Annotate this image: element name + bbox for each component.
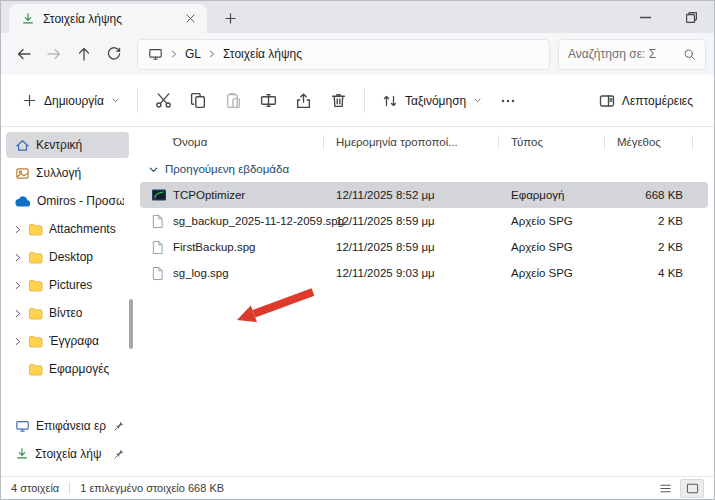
up-button[interactable] xyxy=(69,39,99,69)
cut-button[interactable] xyxy=(146,83,181,119)
folder-icon xyxy=(28,279,43,292)
folder-icon xyxy=(28,307,43,320)
status-bar: 4 στοιχεία 1 επιλεγμένο στοιχείο 668 KB xyxy=(1,476,714,499)
file-name: sg_backup_2025-11-12-2059.spg xyxy=(173,215,324,227)
column-header-name[interactable]: Όνομα xyxy=(140,135,324,150)
column-headers: Όνομα Ημερομηνία τροποποί... Τύπος Μέγεθ… xyxy=(140,130,708,154)
column-header-size[interactable]: Μέγεθος xyxy=(605,135,693,150)
chevron-right-icon[interactable] xyxy=(13,281,22,290)
details-toggle-label: Λεπτομέρειες xyxy=(622,94,693,108)
new-tab-button[interactable] xyxy=(219,7,241,29)
large-icons-view-button[interactable] xyxy=(680,479,704,498)
file-type: Εφαρμογή xyxy=(499,189,605,201)
file-size: 668 KB xyxy=(605,189,693,201)
folder-icon xyxy=(28,251,43,264)
file-explorer-window: Στοιχεία λήψης xyxy=(0,0,715,500)
address-bar[interactable]: GL Στοιχεία λήψης xyxy=(137,39,550,70)
more-options-button[interactable] xyxy=(491,83,525,119)
command-toolbar: Δημιουργία Ταξινόμηση xyxy=(1,75,714,127)
chevron-right-icon[interactable] xyxy=(13,225,22,234)
maximize-button[interactable] xyxy=(668,1,714,33)
downloads-icon xyxy=(21,12,35,26)
scissors-cut-icon xyxy=(155,92,172,109)
details-view-button[interactable] xyxy=(653,479,677,498)
pin-icon xyxy=(114,421,124,431)
sidebar-item-desktop[interactable]: Desktop xyxy=(6,244,129,270)
column-header-date[interactable]: Ημερομηνία τροποποί... xyxy=(324,135,499,150)
view-toggles xyxy=(653,479,704,498)
chevron-right-icon[interactable] xyxy=(13,253,22,262)
details-panel-icon xyxy=(599,93,615,109)
minimize-button[interactable] xyxy=(622,1,668,33)
sort-button[interactable]: Ταξινόμηση xyxy=(373,83,491,119)
group-header[interactable]: Προηγούμενη εβδομάδα xyxy=(148,156,714,182)
sidebar-item-attachments[interactable]: Attachments xyxy=(6,216,129,242)
this-pc-monitor-icon[interactable] xyxy=(148,47,163,61)
copy-button[interactable] xyxy=(181,83,216,119)
home-icon xyxy=(15,138,30,153)
copy-icon xyxy=(190,92,207,109)
file-type: Αρχείο SPG xyxy=(499,241,605,253)
document-icon xyxy=(140,240,173,255)
file-row-firstbackup[interactable]: FirstBackup.spg 12/11/2025 8:59 μμ Αρχεί… xyxy=(140,234,708,260)
sidebar-item-desktop-pinned[interactable]: Επιφάνεια ερ xyxy=(6,413,129,439)
chevron-down-icon[interactable] xyxy=(148,164,159,175)
sidebar-item-downloads-pinned[interactable]: Στοιχεία λήψ xyxy=(6,441,129,467)
sidebar-item-onedrive[interactable]: Omiros - Προσω xyxy=(6,188,129,214)
sidebar-scrollbar[interactable] xyxy=(129,299,133,349)
file-size: 2 KB xyxy=(605,215,693,227)
rename-button[interactable] xyxy=(251,83,286,119)
new-button[interactable]: Δημιουργία xyxy=(13,83,129,119)
file-size: 2 KB xyxy=(605,241,693,253)
sidebar-item-documents[interactable]: Έγγραφα xyxy=(6,328,129,354)
status-divider xyxy=(69,482,70,494)
sidebar-item-home[interactable]: Κεντρική xyxy=(6,132,129,158)
forward-button[interactable] xyxy=(39,39,69,69)
sidebar-item-apps[interactable]: Εφαρμογές xyxy=(6,356,129,382)
new-button-label: Δημιουργία xyxy=(44,94,104,108)
chevron-right-icon xyxy=(170,50,178,58)
document-icon xyxy=(140,266,173,281)
back-button[interactable] xyxy=(9,39,39,69)
chevron-right-icon[interactable] xyxy=(13,309,22,318)
chevron-right-icon[interactable] xyxy=(13,337,22,346)
search-icon[interactable] xyxy=(683,48,696,61)
file-date: 12/11/2025 8:59 μμ xyxy=(324,241,499,253)
chevron-down-icon xyxy=(473,96,482,105)
breadcrumb-gl[interactable]: GL xyxy=(185,47,201,61)
share-button[interactable] xyxy=(286,83,321,119)
explorer-tab[interactable]: Στοιχεία λήψης xyxy=(9,4,207,33)
refresh-button[interactable] xyxy=(99,39,129,69)
file-date: 12/11/2025 9:03 μμ xyxy=(324,267,499,279)
sort-button-label: Ταξινόμηση xyxy=(405,94,466,108)
file-name: FirstBackup.spg xyxy=(173,241,324,253)
folder-icon xyxy=(28,335,43,348)
paste-button[interactable] xyxy=(216,83,251,119)
onedrive-cloud-icon xyxy=(15,195,31,207)
file-date: 12/11/2025 8:59 μμ xyxy=(324,215,499,227)
sidebar-item-pictures[interactable]: Pictures xyxy=(6,272,129,298)
tab-title: Στοιχεία λήψης xyxy=(43,12,171,26)
delete-button[interactable] xyxy=(321,83,356,119)
toolbar-divider xyxy=(364,89,365,113)
rename-icon xyxy=(260,92,277,109)
file-row-sg-log[interactable]: sg_log.spg 12/11/2025 9:03 μμ Αρχείο SPG… xyxy=(140,260,708,286)
file-row-tcpoptimizer[interactable]: TCPOptimizer 12/11/2025 8:52 μμ Εφαρμογή… xyxy=(140,182,708,208)
file-size: 4 KB xyxy=(605,267,693,279)
folder-icon xyxy=(28,363,43,376)
search-box[interactable]: Αναζήτηση σε: Σ xyxy=(558,39,706,70)
search-text: Αναζήτηση σε: Σ xyxy=(568,47,677,61)
folder-icon xyxy=(28,223,43,236)
breadcrumb-downloads[interactable]: Στοιχεία λήψης xyxy=(223,47,302,61)
file-name: sg_log.spg xyxy=(173,267,324,279)
plus-icon xyxy=(22,93,37,108)
sidebar-item-gallery[interactable]: Συλλογή xyxy=(6,160,129,186)
sidebar-item-videos[interactable]: Βίντεο xyxy=(6,300,129,326)
details-toggle-button[interactable]: Λεπτομέρειες xyxy=(590,83,702,119)
file-row-sg-backup[interactable]: sg_backup_2025-11-12-2059.spg 12/11/2025… xyxy=(140,208,708,234)
monitor-icon xyxy=(15,419,30,433)
trash-icon xyxy=(330,92,347,109)
tab-close-icon[interactable] xyxy=(179,8,201,30)
column-header-type[interactable]: Τύπος xyxy=(499,135,605,150)
group-label: Προηγούμενη εβδομάδα xyxy=(165,163,289,175)
